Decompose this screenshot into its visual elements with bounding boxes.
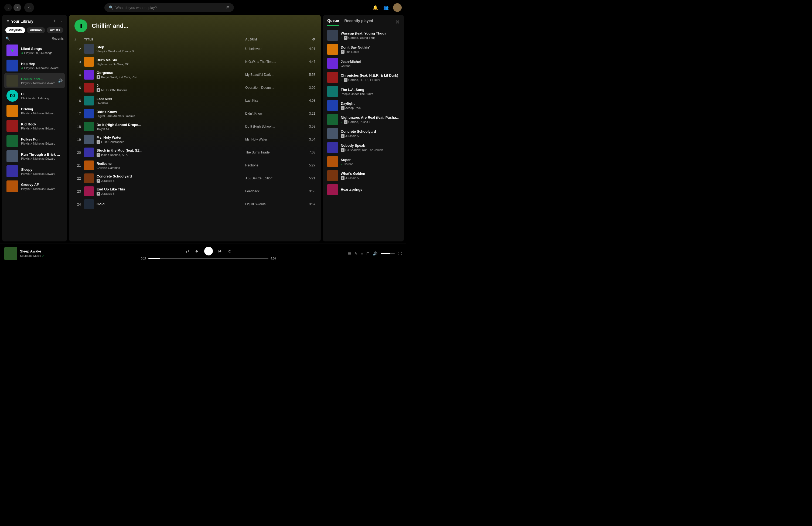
- track-row[interactable]: 16 Last Kiss OverDoz. Last Kiss 4:08: [69, 94, 321, 107]
- library-title: ≡ Your Library: [6, 19, 33, 24]
- sidebar-item-folksy-fun[interactable]: Folksy Fun Playlist • Nicholas Edward: [4, 133, 65, 149]
- filter-artists[interactable]: Artists: [47, 27, 63, 33]
- queue-info: Chronicles (feat. H.E.R. & Lil Durk) ✓EC…: [341, 73, 400, 82]
- explicit-badge: E: [344, 36, 347, 40]
- queue-item[interactable]: Nobody Speak EDJ Shadow, Run The Jewels: [325, 141, 402, 155]
- track-duration: 5:58: [299, 73, 315, 77]
- sidebar-item-sleepy[interactable]: Sleepy Playlist • Nicholas Edward: [4, 164, 65, 179]
- sidebar-item-chillin[interactable]: Chillin' and... Playlist • Nicholas Edwa…: [4, 73, 65, 88]
- play-pause-button[interactable]: ⏸: [204, 247, 213, 255]
- next-button[interactable]: ⏭: [218, 249, 222, 253]
- sidebar-item-liked-songs[interactable]: ♥ Liked Songs ♫ Playlist • 9,343 songs: [4, 43, 65, 58]
- notifications-icon[interactable]: 🔔: [372, 4, 379, 11]
- progress-track[interactable]: [148, 258, 269, 259]
- chillin-name: Chillin' and...: [21, 77, 55, 81]
- track-number: 24: [74, 202, 84, 206]
- sidebar-search-icon[interactable]: 🔍: [5, 36, 10, 41]
- volume-icon[interactable]: 🔊: [373, 251, 377, 256]
- queue-item[interactable]: Concrete Schoolyard EJurassic 5: [325, 127, 402, 141]
- queue-item[interactable]: What's Golden EJurassic 5: [325, 169, 402, 182]
- track-row[interactable]: 18 Do It (High School Dropo... Tayyib Al…: [69, 120, 321, 133]
- queue-item[interactable]: Chronicles (feat. H.E.R. & Lil Durk) ✓EC…: [325, 70, 402, 85]
- track-album: Liquid Swords: [245, 202, 299, 206]
- home-button[interactable]: ⌂: [24, 3, 34, 12]
- browse-icon: ⊞: [226, 5, 230, 10]
- track-thumb: [84, 161, 94, 170]
- queue-item[interactable]: Nightmares Are Real (feat. Pusha T) ✓ECo…: [325, 113, 402, 127]
- queue-item[interactable]: Heartsprings: [325, 182, 402, 196]
- search-input[interactable]: [115, 6, 224, 10]
- queue-item[interactable]: Super ✓Cordae: [325, 155, 402, 169]
- shuffle-button[interactable]: ⇄: [186, 249, 189, 254]
- sidebar-item-dj[interactable]: DJ DJ Click to start listening: [4, 88, 65, 103]
- lyrics-icon[interactable]: ≡: [361, 251, 363, 256]
- track-info: Gorgeous EKanye West, Kid Cudi, Rae...: [84, 70, 245, 79]
- queue-thumb: [327, 100, 338, 111]
- prev-button[interactable]: ⏮: [194, 249, 199, 253]
- track-row[interactable]: 22 Concrete Schoolyard EJurassic 5 J 5 (…: [69, 172, 321, 185]
- close-queue-button[interactable]: ✕: [395, 19, 400, 25]
- repeat-button[interactable]: ↻: [228, 249, 231, 254]
- queue-item[interactable]: Wassup (feat. Young Thug) ✓ECordae, Youn…: [325, 28, 402, 42]
- track-info: Didn't Know Digital Farm Animals, Yasmin: [84, 109, 245, 118]
- track-text: Didn't Know Digital Farm Animals, Yasmin: [97, 110, 135, 118]
- track-name: Stuck in the Mud (feat. SZ...: [97, 148, 142, 152]
- recents-label[interactable]: Recents: [52, 37, 64, 41]
- track-row[interactable]: 23 End Up Like This EJurassic 5 Feedback…: [69, 185, 321, 198]
- queue-thumb: [327, 58, 338, 69]
- sidebar-item-driving[interactable]: Driving Playlist • Nicholas Edward: [4, 103, 65, 118]
- friends-icon[interactable]: 👥: [382, 4, 390, 11]
- volume-bar[interactable]: [381, 253, 395, 254]
- track-list: 12 Step Vampire Weekend, Danny Br... Unb…: [69, 42, 321, 242]
- track-row[interactable]: 19 Ms. Holy Water ELuke Christopher Ms. …: [69, 133, 321, 146]
- sidebar-item-hep-hep[interactable]: Hep Hep ♫ Playlist • Nicholas Edward: [4, 58, 65, 73]
- now-artist: Soulcrate Music ✓: [20, 254, 69, 258]
- track-row[interactable]: 13 Burn Me Slo Nightmares On Wax, OC N.O…: [69, 55, 321, 68]
- add-library-button[interactable]: +: [53, 18, 56, 24]
- queue-info: The L.A. Song People Under The Stairs: [341, 88, 400, 96]
- queue-sub: ✓Cordae: [341, 162, 400, 166]
- sidebar-item-run-brick[interactable]: Run Through a Brick Wall Playlist • Nich…: [4, 149, 65, 164]
- track-row[interactable]: 24 Gold Liquid Swords 3:57: [69, 198, 321, 211]
- track-row[interactable]: 15 ? EMF DOOM, Kurious Operation: Dooms.…: [69, 81, 321, 94]
- track-duration: 3:09: [299, 86, 315, 90]
- sleepy-thumb: [6, 165, 18, 177]
- hep-hep-sub: ♫ Playlist • Nicholas Edward: [21, 67, 62, 70]
- track-row[interactable]: 20 Stuck in the Mud (feat. SZ... EIsaiah…: [69, 146, 321, 159]
- track-row[interactable]: 12 Step Vampire Weekend, Danny Br... Unb…: [69, 42, 321, 55]
- track-row[interactable]: 21 Redbone Childish Gambino Redbone 5:27: [69, 159, 321, 172]
- filter-tabs: Playlists Albums Artists: [2, 26, 67, 35]
- queue-item[interactable]: The L.A. Song People Under The Stairs: [325, 85, 402, 99]
- playlist-play-button[interactable]: ⏸: [74, 19, 87, 32]
- total-time: 4:36: [271, 257, 276, 260]
- expand-icon[interactable]: ⛶: [398, 251, 402, 256]
- queue-item[interactable]: Jean-Michel Cordae: [325, 56, 402, 70]
- track-thumb: [84, 109, 94, 118]
- back-button[interactable]: ‹: [4, 4, 12, 11]
- queue-thumb: [327, 170, 338, 181]
- user-avatar[interactable]: [393, 3, 402, 12]
- queue-item[interactable]: Daylight EAesop Rock: [325, 99, 402, 113]
- queue-thumb: [327, 128, 338, 139]
- track-name: Step: [97, 45, 137, 49]
- filter-playlists[interactable]: Playlists: [5, 27, 25, 33]
- tab-recently-played[interactable]: Recently played: [345, 19, 373, 26]
- track-artist: OverDoz.: [97, 101, 112, 105]
- sidebar-item-kid-rock[interactable]: Kid Rock Playlist • Nicholas Edward: [4, 118, 65, 133]
- filter-albums[interactable]: Albums: [27, 27, 45, 33]
- queue-item[interactable]: Don't Say Nuthin' EThe Roots: [325, 42, 402, 56]
- forward-button[interactable]: ›: [14, 4, 21, 11]
- progress-fill: [148, 258, 160, 259]
- queue-icon[interactable]: ☰: [348, 251, 351, 256]
- expand-library-button[interactable]: →: [58, 18, 62, 24]
- devices-icon[interactable]: ✎: [354, 251, 358, 256]
- dj-sub: Click to start listening: [21, 97, 62, 100]
- track-info: Last Kiss OverDoz.: [84, 96, 245, 105]
- track-row[interactable]: 17 Didn't Know Digital Farm Animals, Yas…: [69, 107, 321, 120]
- search-icon: 🔍: [109, 5, 113, 10]
- tab-queue[interactable]: Queue: [327, 18, 339, 26]
- fullscreen-icon[interactable]: ⊡: [366, 251, 369, 256]
- track-thumb: [84, 173, 94, 183]
- track-row[interactable]: 14 Gorgeous EKanye West, Kid Cudi, Rae..…: [69, 68, 321, 81]
- sidebar-item-groovy-af[interactable]: Groovy AF Playlist • Nicholas Edward: [4, 179, 65, 194]
